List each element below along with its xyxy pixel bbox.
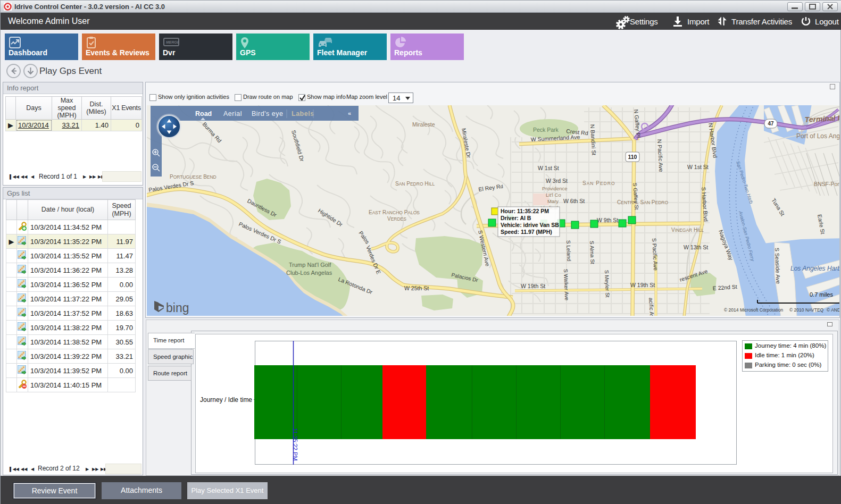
svg-text:110: 110 bbox=[628, 154, 637, 160]
svg-text:Driver: Al B: Driver: Al B bbox=[501, 215, 531, 221]
svg-text:W 19th St: W 19th St bbox=[630, 282, 655, 288]
svg-text:Miraleste: Miraleste bbox=[412, 121, 435, 128]
svg-text:VERDES: VERDES bbox=[387, 216, 406, 222]
svg-text:Bird's eye: Bird's eye bbox=[252, 110, 284, 117]
svg-text:Vehicle: idrive Van SB: Vehicle: idrive Van SB bbox=[501, 222, 559, 228]
svg-text:Peck Park: Peck Park bbox=[533, 127, 559, 133]
svg-text:0.7 miles: 0.7 miles bbox=[810, 291, 834, 298]
svg-text:W 19th St: W 19th St bbox=[521, 283, 545, 289]
svg-text:Providence: Providence bbox=[542, 186, 568, 191]
svg-text:Los Angeles Harb: Los Angeles Harb bbox=[790, 265, 839, 272]
svg-text:Port of Los Angel: Port of Los Angel bbox=[796, 132, 839, 140]
svg-text:Speed: 11.97 (MPH): Speed: 11.97 (MPH) bbox=[501, 229, 552, 235]
svg-text:«: « bbox=[348, 110, 351, 116]
svg-text:Road: Road bbox=[195, 110, 212, 117]
svg-text:BNSF-Port: BNSF-Port bbox=[814, 181, 839, 187]
svg-text:47: 47 bbox=[768, 121, 774, 127]
svg-text:W 25th St: W 25th St bbox=[404, 285, 429, 291]
svg-text:Hour: 11:35:22 PM: Hour: 11:35:22 PM bbox=[501, 208, 549, 214]
svg-text:Labels: Labels bbox=[292, 110, 314, 117]
svg-text:acific Ave: acific Ave bbox=[648, 297, 655, 316]
svg-text:bing: bing bbox=[166, 301, 189, 315]
svg-text:W 3rd St: W 3rd St bbox=[546, 178, 568, 184]
svg-text:PORTUGUESE BEND: PORTUGUESE BEND bbox=[170, 174, 217, 180]
svg-text:Trump Nat'l Golf: Trump Nat'l Golf bbox=[289, 262, 331, 268]
svg-text:W 9th St: W 9th St bbox=[597, 217, 618, 223]
svg-text:© 2010 NAVTEQ: © 2010 NAVTEQ bbox=[789, 307, 824, 313]
svg-text:SAN PEDRO HILL: SAN PEDRO HILL bbox=[395, 181, 435, 187]
svg-text:S Walker Ave: S Walker Ave bbox=[563, 269, 570, 301]
svg-text:EAST RANCHO PALOS: EAST RANCHO PALOS bbox=[369, 209, 420, 215]
svg-text:S Leland: S Leland bbox=[565, 240, 572, 262]
svg-text:CENTRAL SAN PEDRO: CENTRAL SAN PEDRO bbox=[617, 199, 668, 205]
svg-text:W 13th St: W 13th St bbox=[684, 244, 708, 250]
svg-text:Club-Los Angelas: Club-Los Angelas bbox=[286, 270, 332, 276]
svg-text:W 1st St: W 1st St bbox=[687, 164, 709, 170]
svg-text:MERGE: MERGE bbox=[166, 40, 179, 44]
svg-text:Mary: Mary bbox=[547, 198, 559, 204]
svg-text:S Seaside Ave: S Seaside Ave bbox=[774, 248, 781, 284]
svg-text:Aerial: Aerial bbox=[223, 110, 242, 117]
svg-text:Terminal Isl: Terminal Isl bbox=[804, 113, 839, 124]
svg-text:SAN PEDRO: SAN PEDRO bbox=[582, 180, 615, 186]
svg-text:W 6th St: W 6th St bbox=[563, 198, 585, 204]
svg-text:© AND: © AND bbox=[827, 307, 839, 313]
svg-text:S Meyler St: S Meyler St bbox=[604, 270, 611, 298]
svg-text:Lit'l Co: Lit'l Co bbox=[546, 192, 561, 198]
svg-text:VINEGAR HILL: VINEGAR HILL bbox=[671, 227, 704, 233]
svg-text:© 2014 Microsoft Corporation: © 2014 Microsoft Corporation bbox=[724, 307, 783, 313]
svg-text:W 1st St: W 1st St bbox=[538, 165, 559, 171]
svg-text:S Alma St: S Alma St bbox=[589, 241, 596, 264]
